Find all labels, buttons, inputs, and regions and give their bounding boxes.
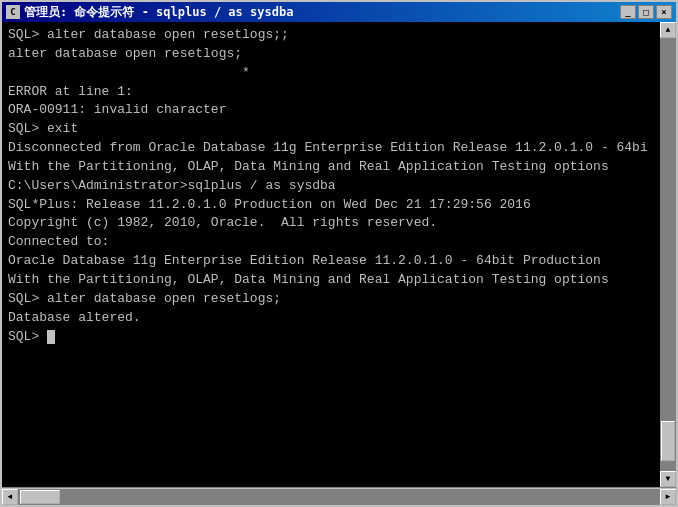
terminal-line: With the Partitioning, OLAP, Data Mining…	[8, 271, 670, 290]
minimize-button[interactable]: _	[620, 5, 636, 19]
terminal-body: SQL> alter database open resetlogs;;alte…	[2, 22, 676, 487]
terminal-line: ORA-00911: invalid character	[8, 101, 670, 120]
bottom-bar: ◄ ►	[2, 487, 676, 505]
maximize-button[interactable]: □	[638, 5, 654, 19]
scroll-right-button[interactable]: ►	[660, 489, 676, 505]
terminal-line: ERROR at line 1:	[8, 83, 670, 102]
terminal-line: SQL*Plus: Release 11.2.0.1.0 Production …	[8, 196, 670, 215]
scroll-track	[660, 38, 676, 471]
close-button[interactable]: ×	[656, 5, 672, 19]
terminal-line: Copyright (c) 1982, 2010, Oracle. All ri…	[8, 214, 670, 233]
scroll-up-button[interactable]: ▲	[660, 22, 676, 38]
terminal-line: C:\Users\Administrator>sqlplus / as sysd…	[8, 177, 670, 196]
title-bar: C 管理员: 命令提示符 - sqlplus / as sysdba _ □ ×	[2, 2, 676, 22]
terminal-icon: C	[6, 5, 20, 19]
title-bar-left: C 管理员: 命令提示符 - sqlplus / as sysdba	[6, 4, 293, 21]
terminal-line: SQL> exit	[8, 120, 670, 139]
terminal-line: Disconnected from Oracle Database 11g En…	[8, 139, 670, 158]
horizontal-scroll-thumb[interactable]	[20, 490, 60, 504]
window-title: 管理员: 命令提示符 - sqlplus / as sysdba	[24, 4, 293, 21]
terminal-line: With the Partitioning, OLAP, Data Mining…	[8, 158, 670, 177]
terminal-line: SQL> alter database open resetlogs;;	[8, 26, 670, 45]
scroll-thumb[interactable]	[661, 421, 675, 461]
terminal-line: SQL> alter database open resetlogs;	[8, 290, 670, 309]
vertical-scrollbar[interactable]: ▲ ▼	[660, 22, 676, 487]
window: C 管理员: 命令提示符 - sqlplus / as sysdba _ □ ×…	[0, 0, 678, 507]
window-controls: _ □ ×	[620, 5, 672, 19]
terminal-line: alter database open resetlogs;	[8, 45, 670, 64]
terminal-line: Database altered.	[8, 309, 670, 328]
terminal-cursor	[47, 330, 55, 344]
terminal-line: SQL>	[8, 328, 670, 347]
terminal-line: *	[8, 64, 670, 83]
horizontal-scroll-track	[18, 489, 660, 505]
scroll-down-button[interactable]: ▼	[660, 471, 676, 487]
terminal-line: Oracle Database 11g Enterprise Edition R…	[8, 252, 670, 271]
terminal-line: Connected to:	[8, 233, 670, 252]
terminal-content: SQL> alter database open resetlogs;;alte…	[8, 26, 670, 483]
scroll-left-button[interactable]: ◄	[2, 489, 18, 505]
